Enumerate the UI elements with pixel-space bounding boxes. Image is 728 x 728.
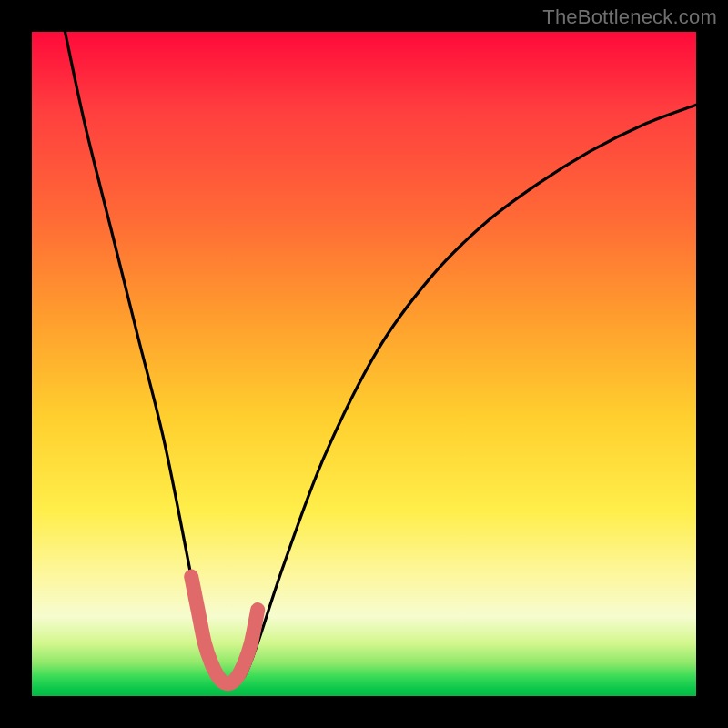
watermark-text: TheBottleneck.com bbox=[542, 5, 717, 29]
optimal-region-highlight bbox=[191, 577, 258, 684]
curve-svg bbox=[32, 32, 696, 696]
bottleneck-curve bbox=[66, 32, 697, 682]
plot-area bbox=[32, 32, 696, 696]
chart-frame: TheBottleneck.com bbox=[0, 0, 728, 728]
